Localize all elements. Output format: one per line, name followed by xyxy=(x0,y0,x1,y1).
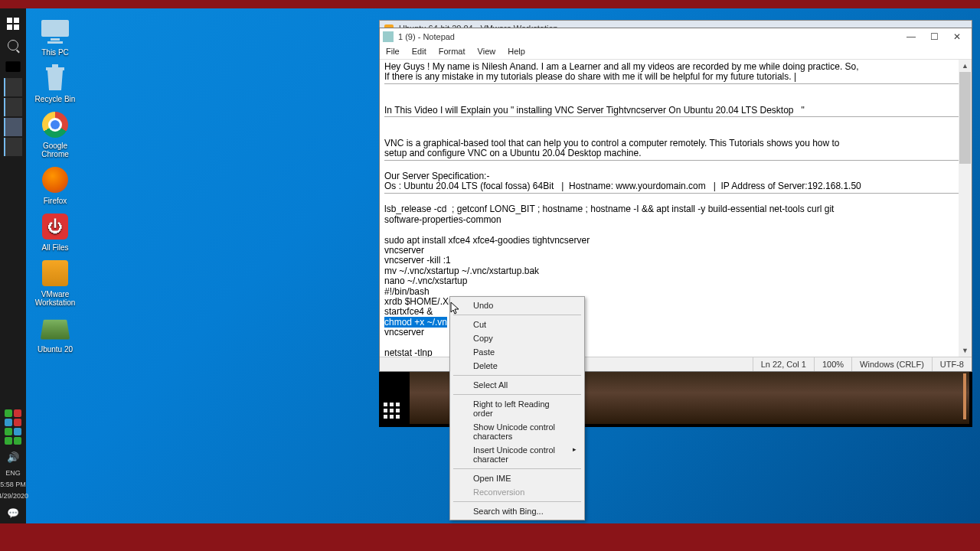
label: This PC xyxy=(41,48,69,57)
scroll-thumb[interactable] xyxy=(959,72,971,164)
svg-rect-7 xyxy=(51,38,60,41)
power-icon: ⏻ xyxy=(38,211,72,242)
vmware-icon xyxy=(38,258,72,289)
ctx-insert-unicode[interactable]: Insert Unicode control character xyxy=(452,443,583,466)
label: Recycle Bin xyxy=(35,95,76,103)
ctx-sep xyxy=(453,394,581,395)
ctx-cut[interactable]: Cut xyxy=(452,318,583,331)
scroll-down-arrow[interactable]: ▼ xyxy=(959,344,972,357)
desktop-icon-chrome[interactable]: Google Chrome xyxy=(31,109,80,158)
ctx-sep xyxy=(453,315,581,315)
close-button[interactable]: ✕ xyxy=(946,29,969,44)
desktop-icon-ubuntu[interactable]: Ubuntu 20 xyxy=(31,313,80,354)
ctx-show-unicode[interactable]: Show Unicode control characters xyxy=(452,420,583,443)
pc-icon xyxy=(38,16,72,47)
desktop-icon-this-pc[interactable]: This PC xyxy=(31,16,80,57)
taskbar-app-vmware[interactable] xyxy=(4,98,22,116)
desktop-icon-vmware[interactable]: VMware Workstation xyxy=(31,258,80,307)
vertical-scrollbar[interactable]: ▲ ▼ xyxy=(959,60,972,357)
ctx-sep xyxy=(453,375,581,376)
status-position: Ln 22, Col 1 xyxy=(753,357,814,371)
svg-rect-9 xyxy=(46,67,64,70)
label: Firefox xyxy=(44,197,67,205)
label: All Files xyxy=(41,243,68,252)
svg-rect-2 xyxy=(7,24,12,30)
menu-file[interactable]: File xyxy=(380,45,406,59)
svg-rect-8 xyxy=(47,41,63,44)
notifications-icon[interactable]: 💬 xyxy=(5,504,21,521)
notepad-menubar: File Edit Format View Help xyxy=(380,45,972,60)
svg-rect-10 xyxy=(52,64,58,67)
notepad-title-text: 1 (9) - Notepad xyxy=(398,32,455,41)
label: VMware Workstation xyxy=(35,290,76,307)
search-button[interactable] xyxy=(5,37,21,54)
desktop-icon-recycle-bin[interactable]: Recycle Bin xyxy=(31,63,80,103)
ctx-rtl[interactable]: Right to left Reading order xyxy=(452,397,583,420)
notepad-app-icon xyxy=(383,31,394,42)
desktop-icon-all-files[interactable]: ⏻ All Files xyxy=(31,211,80,252)
ctx-delete[interactable]: Delete xyxy=(452,359,583,373)
ctx-sep xyxy=(453,468,581,469)
menu-help[interactable]: Help xyxy=(501,45,531,59)
menu-format[interactable]: Format xyxy=(433,45,472,59)
context-menu: Undo Cut Copy Paste Delete Select All Ri… xyxy=(449,296,585,520)
desktop-screen: 🔊 ENG 5:58 PM 4/29/2020 💬 This PC Recycl… xyxy=(0,8,980,523)
start-button[interactable] xyxy=(5,15,21,32)
bin-icon xyxy=(38,63,72,93)
ctx-open-ime[interactable]: Open IME xyxy=(452,471,583,485)
status-encoding: UTF-8 xyxy=(932,357,972,371)
language-indicator[interactable]: ENG xyxy=(5,468,21,479)
firefox-icon xyxy=(38,165,72,195)
ctx-search-bing[interactable]: Search with Bing... xyxy=(452,504,583,518)
svg-rect-0 xyxy=(7,18,12,23)
status-zoom: 100% xyxy=(814,357,851,371)
clock-time[interactable]: 5:58 PM xyxy=(0,479,26,491)
desktop-icon-firefox[interactable]: Firefox xyxy=(31,165,80,205)
taskbar-app-explorer[interactable] xyxy=(4,118,22,136)
scroll-up-arrow[interactable]: ▲ xyxy=(959,60,972,72)
svg-rect-1 xyxy=(14,18,19,23)
chrome-icon xyxy=(38,109,72,140)
minimize-button[interactable]: — xyxy=(900,29,923,44)
taskbar-app-notepad[interactable] xyxy=(4,138,22,156)
desktop-icons: This PC Recycle Bin Google Chrome Firefo… xyxy=(31,16,80,354)
ctx-reconversion: Reconversion xyxy=(452,485,583,499)
taskbar-app-edge[interactable] xyxy=(4,78,22,96)
ctx-copy[interactable]: Copy xyxy=(452,331,583,345)
ubuntu-side-indicator xyxy=(963,373,966,419)
ctx-select-all[interactable]: Select All xyxy=(452,378,583,392)
ctx-sep xyxy=(453,501,581,502)
search-icon xyxy=(8,40,18,51)
clock-date: 4/29/2020 xyxy=(0,491,28,502)
maximize-button[interactable]: ☐ xyxy=(923,29,946,44)
svg-rect-3 xyxy=(14,24,19,30)
notepad-titlebar[interactable]: 1 (9) - Notepad — ☐ ✕ xyxy=(380,28,972,45)
menu-edit[interactable]: Edit xyxy=(406,45,433,59)
svg-rect-6 xyxy=(41,20,69,37)
task-view-button[interactable] xyxy=(5,58,21,75)
system-tray[interactable] xyxy=(0,408,26,446)
menu-view[interactable]: View xyxy=(472,45,502,59)
taskbar: 🔊 ENG 5:58 PM 4/29/2020 💬 xyxy=(0,8,26,523)
ubuntu-apps-button[interactable] xyxy=(384,403,403,422)
volume-icon[interactable]: 🔊 xyxy=(5,448,21,465)
status-eol: Windows (CRLF) xyxy=(851,357,932,371)
ctx-paste[interactable]: Paste xyxy=(452,345,583,359)
ubuntu-icon xyxy=(38,313,72,344)
svg-rect-4 xyxy=(5,61,20,72)
selected-text: chmod +x ~/.vn xyxy=(384,317,447,328)
label: Google Chrome xyxy=(41,142,69,158)
ctx-undo[interactable]: Undo xyxy=(452,298,583,312)
label: Ubuntu 20 xyxy=(38,345,73,354)
